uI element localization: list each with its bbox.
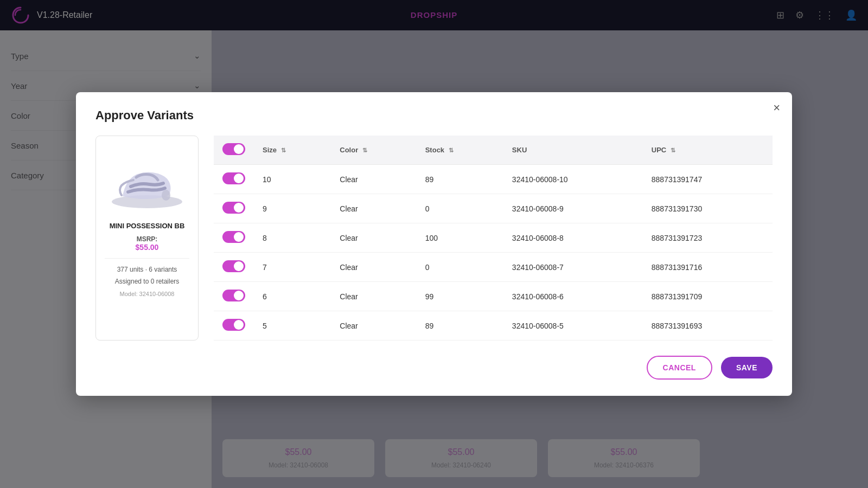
stock-sort-icon: ⇅: [449, 147, 454, 154]
row-size: 9: [254, 194, 331, 223]
row-toggle-1[interactable]: [222, 202, 245, 214]
row-stock: 0: [417, 194, 503, 223]
row-sku: 32410-06008-10: [503, 165, 643, 194]
row-toggle-2[interactable]: [222, 231, 245, 243]
table-row: 6 Clear 99 32410-06008-6 888731391709: [214, 282, 773, 311]
row-color: Clear: [331, 311, 416, 341]
table-row: 7 Clear 0 32410-06008-7 888731391716: [214, 253, 773, 282]
row-stock: 89: [417, 311, 503, 341]
row-size: 6: [254, 282, 331, 311]
product-shoe-image: [106, 147, 188, 213]
save-button[interactable]: SAVE: [721, 357, 773, 378]
header-stock[interactable]: Stock ⇅: [417, 136, 503, 165]
product-info: 377 units · 6 variants Assigned to 0 ret…: [115, 264, 180, 287]
size-sort-icon: ⇅: [281, 147, 286, 154]
row-toggle-cell[interactable]: [214, 282, 254, 311]
row-toggle-cell[interactable]: [214, 165, 254, 194]
row-toggle-4[interactable]: [222, 290, 245, 301]
table-row: 8 Clear 100 32410-06008-8 888731391723: [214, 223, 773, 253]
row-upc: 888731391730: [643, 194, 773, 223]
row-size: 10: [254, 165, 331, 194]
row-toggle-cell[interactable]: [214, 253, 254, 282]
header-toggle[interactable]: [214, 136, 254, 165]
product-units: 377 units · 6 variants: [115, 264, 180, 276]
variants-table-wrap: Size ⇅ Color ⇅ Stock ⇅ SKU UPC ⇅: [214, 136, 773, 341]
variants-tbody: 10 Clear 89 32410-06008-10 888731391747 …: [214, 165, 773, 341]
row-sku: 32410-06008-9: [503, 194, 643, 223]
row-toggle-5[interactable]: [222, 319, 245, 331]
row-color: Clear: [331, 223, 416, 253]
product-msrp-value: $55.00: [136, 243, 159, 252]
row-stock: 100: [417, 223, 503, 253]
header-color[interactable]: Color ⇅: [331, 136, 416, 165]
row-upc: 888731391709: [643, 282, 773, 311]
row-toggle-0[interactable]: [222, 172, 245, 184]
approve-variants-modal: × Approve Variants: [76, 92, 792, 396]
cancel-button[interactable]: CANCEL: [647, 356, 712, 380]
table-header-row: Size ⇅ Color ⇅ Stock ⇅ SKU UPC ⇅: [214, 136, 773, 165]
row-upc: 888731391693: [643, 311, 773, 341]
row-stock: 89: [417, 165, 503, 194]
color-sort-icon: ⇅: [362, 147, 367, 154]
table-row: 10 Clear 89 32410-06008-10 888731391747: [214, 165, 773, 194]
row-size: 5: [254, 311, 331, 341]
modal-body: MINI POSSESSION BB MSRP: $55.00 377 unit…: [95, 136, 773, 341]
header-size[interactable]: Size ⇅: [254, 136, 331, 165]
row-upc: 888731391723: [643, 223, 773, 253]
row-stock: 99: [417, 282, 503, 311]
row-toggle-cell[interactable]: [214, 223, 254, 253]
product-msrp-label: MSRP:: [137, 235, 158, 243]
product-divider: [105, 258, 189, 259]
row-size: 8: [254, 223, 331, 253]
row-color: Clear: [331, 253, 416, 282]
modal-overlay: × Approve Variants: [0, 0, 868, 488]
row-stock: 0: [417, 253, 503, 282]
modal-close-button[interactable]: ×: [773, 102, 780, 114]
upc-sort-icon: ⇅: [671, 147, 675, 154]
row-size: 7: [254, 253, 331, 282]
modal-footer: CANCEL SAVE: [95, 356, 773, 380]
row-sku: 32410-06008-7: [503, 253, 643, 282]
product-image: [106, 145, 188, 215]
product-retailers: Assigned to 0 retailers: [115, 276, 180, 288]
row-color: Clear: [331, 165, 416, 194]
product-card: MINI POSSESSION BB MSRP: $55.00 377 unit…: [95, 136, 199, 341]
svg-point-1: [162, 190, 170, 201]
row-sku: 32410-06008-5: [503, 311, 643, 341]
modal-title: Approve Variants: [95, 108, 773, 123]
header-sku: SKU: [503, 136, 643, 165]
row-toggle-cell[interactable]: [214, 194, 254, 223]
variants-table: Size ⇅ Color ⇅ Stock ⇅ SKU UPC ⇅: [214, 136, 773, 341]
product-name: MINI POSSESSION BB: [110, 222, 185, 230]
table-row: 5 Clear 89 32410-06008-5 888731391693: [214, 311, 773, 341]
header-upc[interactable]: UPC ⇅: [643, 136, 773, 165]
product-model: Model: 32410-06008: [120, 291, 175, 297]
row-toggle-3[interactable]: [222, 260, 245, 272]
table-row: 9 Clear 0 32410-06008-9 888731391730: [214, 194, 773, 223]
row-toggle-cell[interactable]: [214, 311, 254, 341]
row-sku: 32410-06008-6: [503, 282, 643, 311]
row-sku: 32410-06008-8: [503, 223, 643, 253]
row-upc: 888731391747: [643, 165, 773, 194]
header-toggle-switch[interactable]: [222, 143, 245, 155]
row-upc: 888731391716: [643, 253, 773, 282]
row-color: Clear: [331, 194, 416, 223]
row-color: Clear: [331, 282, 416, 311]
